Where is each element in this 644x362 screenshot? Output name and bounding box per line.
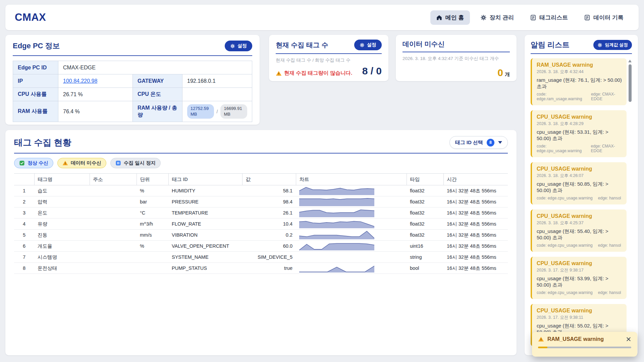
divider [402, 52, 510, 52]
col-type: 타입 [407, 174, 443, 185]
alert-message: cpu_usage (현재: 50.85, 임계: > 50.00) 초과 [537, 181, 622, 194]
legend-data-missing[interactable]: 데이터 미수신 [57, 158, 106, 168]
value-cell: 26.1 [242, 207, 296, 219]
sparkline-chart [299, 264, 403, 273]
list-icon [530, 14, 536, 21]
cpu-temp-label: CPU 온도 [133, 88, 182, 101]
col-value: 값 [242, 174, 296, 185]
alert-card: CPU_USAGE warning 2026. 3. 18. 오후 4:28:2… [531, 110, 627, 157]
alert-timestamp: 2026. 3. 18. 오후 4:32:44 [537, 69, 622, 75]
value-cell: 10.4 [242, 219, 296, 230]
address-cell [90, 263, 137, 274]
alert-code: code: edge.ram_usage.warning [537, 92, 586, 101]
tag-id-cell: VALVE_OPEN_PERCENT [168, 241, 242, 252]
missing-data-unit: 개 [505, 71, 510, 77]
warning-icon [538, 336, 544, 342]
nav-item-label: 메인 홈 [445, 14, 464, 21]
threshold-settings-button[interactable]: 임계값 설정 [593, 40, 632, 50]
alert-timestamp: 2026. 3. 17. 오전 9:38:11 [537, 315, 622, 320]
value-cell: true [242, 263, 296, 274]
value-cell: 98.4 [242, 196, 296, 207]
table-row[interactable]: 5 진동 mm/s VIBRATION 0.2 float32 16시 32분 … [14, 230, 508, 241]
tag-id-cell: SYSTEM_NAME [168, 252, 242, 263]
unit-cell [137, 252, 168, 263]
alert-title: RAM_USAGE warning [537, 62, 622, 68]
table-row[interactable]: 1 습도 % HUMIDITY 58.1 float32 16시 32분 48초… [14, 185, 508, 196]
table-row[interactable]: 3 온도 °C TEMPERATURE 26.1 float32 16시 32분… [14, 207, 508, 219]
gear-icon [230, 44, 235, 49]
tag-count-card: 현재 수집 태그 수 설정 현재 수집 태그 수 / 희망 수집 태그 수 현재… [269, 35, 388, 81]
tag-collection-title: 태그 수집 현황 [14, 137, 71, 148]
tag-table: 태그명 주소 단위 태그 ID 값 차트 타입 시간 1 습도 % HUMIDI… [14, 173, 508, 274]
table-row[interactable]: 4 유량 m^3/h FLOW_RATE 10.4 float32 16시 32… [14, 219, 508, 230]
time-cell: 16시 32분 48초 556ms [443, 252, 508, 263]
alert-code: code: edge.cpu_usage.warning [537, 290, 593, 295]
divider [531, 53, 632, 54]
tag-count-value: 8 / 0 [362, 65, 382, 77]
scrollbar-thumb[interactable] [629, 64, 632, 102]
ram-usage-value: 76.4 % [58, 101, 133, 122]
alert-edge: edge: CMAX-EDGE [591, 92, 622, 101]
type-cell: uint16 [407, 241, 443, 252]
close-icon[interactable] [626, 337, 631, 342]
tag-id-select-dropdown[interactable]: 태그 ID 선택 8 [449, 136, 508, 149]
divider [14, 153, 508, 154]
row-number: 7 [14, 252, 34, 263]
scrollbar[interactable] [628, 58, 632, 346]
table-row[interactable]: 8 운전상태 PUMP_STATUS true bool 16시 32분 48초… [14, 263, 508, 274]
value-cell: 0.2 [242, 230, 296, 241]
gear-icon [597, 43, 602, 48]
time-cell: 16시 32분 48초 556ms [443, 196, 508, 207]
alert-message: cpu_usage (현재: 55.40, 임계: > 50.00) 초과 [537, 228, 622, 241]
alert-timestamp: 2026. 3. 18. 오후 4:26:07 [537, 173, 622, 179]
tag-count-settings-button[interactable]: 설정 [354, 40, 382, 50]
list-icon [584, 14, 590, 21]
ip-link[interactable]: 100.84.220.98 [63, 78, 97, 84]
cpu-usage-value: 26.71 % [58, 88, 133, 101]
address-cell [90, 185, 137, 196]
alert-edge: edge: hansol [598, 196, 621, 200]
brand-logo[interactable]: CMAX [15, 11, 46, 23]
toast-progress-fill [538, 347, 547, 348]
alert-title: CPU_USAGE warning [537, 114, 622, 120]
tag-collection-card: 태그 수집 현황 태그 ID 선택 8 정상 수신 데이터 미수신 수집 일시 … [5, 130, 517, 355]
gateway-label: GATEWAY [133, 74, 182, 88]
alert-title: CPU_USAGE warning [537, 213, 622, 219]
nav-item-label: 데이터 기록 [593, 14, 624, 21]
type-cell: float32 [407, 185, 443, 196]
missing-data-title: 데이터 미수신 [402, 40, 445, 49]
gear-icon [360, 43, 365, 48]
unit-cell: % [137, 241, 168, 252]
alert-card: CPU_USAGE warning 2026. 3. 17. 오전 9:38:1… [531, 257, 627, 299]
alert-card: CPU_USAGE warning 2026. 3. 18. 오후 4:26:0… [531, 162, 627, 204]
nav-item-2[interactable]: 태그리스트 [524, 10, 574, 25]
time-cell: 16시 32분 48초 556ms [443, 207, 508, 219]
alert-list-panel: 알림 리스트 임계값 설정 RAM_USAGE warning 2026. 3.… [525, 35, 638, 355]
toast-title: RAM_USAGE warning [547, 336, 604, 342]
app-header: CMAX 메인 홈 장치 관리 태그리스트 데이터 기록 [5, 5, 639, 30]
gear-icon [480, 14, 487, 21]
type-cell: float32 [407, 207, 443, 219]
edge-settings-button[interactable]: 설정 [225, 41, 252, 51]
nav-item-0[interactable]: 메인 홈 [430, 10, 470, 25]
table-row[interactable]: 7 시스템명 SYSTEM_NAME SIM_DEVICE_5 string 1… [14, 252, 508, 263]
table-row[interactable]: 2 압력 bar PRESSURE 98.4 float32 16시 32분 4… [14, 196, 508, 207]
scrollbar-up-arrow[interactable] [628, 60, 632, 62]
nav-item-1[interactable]: 장치 관리 [475, 10, 520, 25]
sparkline-chart [299, 208, 403, 217]
legend-normal-receive[interactable]: 정상 수신 [14, 158, 53, 168]
dropdown-label: 태그 ID 선택 [455, 139, 483, 146]
alert-edge: edge: CMAX-EDGE [591, 144, 622, 153]
toast-notification: RAM_USAGE warning [532, 332, 637, 357]
toast-progress-track [538, 347, 631, 348]
address-cell [90, 241, 137, 252]
legend-collection-paused[interactable]: 수집 일시 정지 [110, 158, 161, 168]
nav-item-3[interactable]: 데이터 기록 [578, 10, 629, 25]
alert-title: CPU_USAGE warning [537, 260, 622, 266]
tag-id-cell: VIBRATION [168, 230, 242, 241]
table-row[interactable]: 6 개도율 % VALVE_OPEN_PERCENT 60.0 uint16 1… [14, 241, 508, 252]
tag-name-cell: 진동 [34, 230, 90, 241]
nav-item-label: 장치 관리 [490, 14, 514, 21]
tag-count-title: 현재 수집 태그 수 [276, 41, 328, 50]
tag-name-cell: 온도 [34, 207, 90, 219]
